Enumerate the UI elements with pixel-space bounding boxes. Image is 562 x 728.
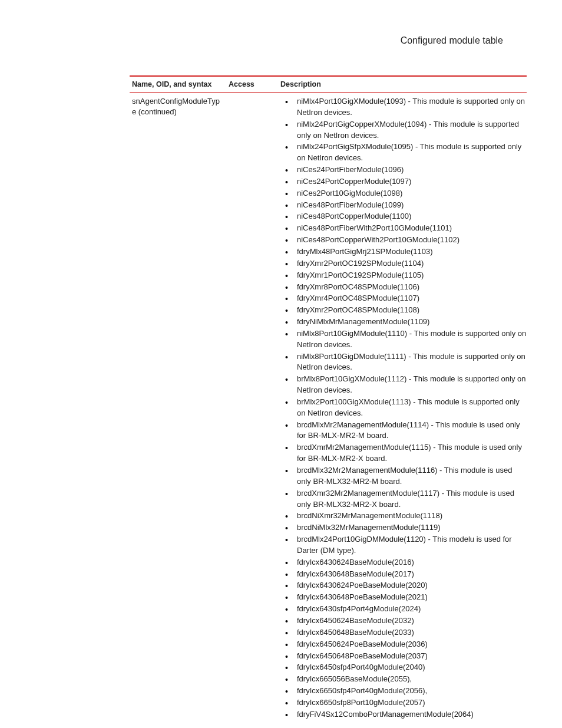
list-item: niCes48PortCopperModule(1100)	[280, 211, 527, 222]
list-item: fdryIcx6450624PoeBaseModule(2036)	[280, 639, 527, 650]
list-item: niCes48PortCopperWith2Port10GModule(1102…	[280, 235, 527, 246]
table-row: snAgentConfigModuleType (continued) niMl…	[130, 93, 527, 721]
list-item: brMlx2Port100GigXModule(1113) - This mod…	[280, 397, 527, 419]
list-item: fdryIcx6450648PoeBaseModule(2037)	[280, 651, 527, 662]
cell-description: niMlx4Port10GigXModule(1093) - This modu…	[280, 96, 527, 721]
list-item: niMlx24PortGigCopperXModule(1094) - This…	[280, 119, 527, 141]
header-name: Name, OID, and syntax	[130, 80, 229, 88]
list-item: fdryIcx6430sfp4Port4gModule(2024)	[280, 604, 527, 615]
cell-access	[229, 96, 280, 721]
list-item: niCes24PortCopperModule(1097)	[280, 176, 527, 187]
list-item: fdryXmr2PortOC48SPModule(1108)	[280, 305, 527, 316]
list-item: niCes48PortFiberModule(1099)	[280, 200, 527, 211]
list-item: fdryIcx6450648BaseModule(2033)	[280, 627, 527, 638]
list-item: fdryIcx6650sfp4Port40gModule(2056),	[280, 686, 527, 697]
list-item: fdryIcx6430648PoeBaseModule(2021)	[280, 592, 527, 603]
content-area: Name, OID, and syntax Access Description…	[130, 75, 527, 721]
list-item: fdryIcx6650sfp8Port10gModule(2057)	[280, 697, 527, 709]
list-item: fdryIcx6430648BaseModule(2017)	[280, 569, 527, 580]
table-header-row: Name, OID, and syntax Access Description	[130, 77, 527, 93]
page-header-title: Configured module table	[0, 35, 562, 46]
list-item: fdryFiV4Sx12ComboPortManagementModule(20…	[280, 709, 527, 720]
list-item: fdryIcx665056BaseModule(2055),	[280, 674, 527, 685]
list-item: niMlx4Port10GigXModule(1093) - This modu…	[280, 96, 527, 118]
list-item: brMlx8Port10GigXModule(1112) - This modu…	[280, 374, 527, 396]
list-item: fdryIcx6430624PoeBaseModule(2020)	[280, 580, 527, 591]
list-item: fdryXmr8PortOC48SPModule(1106)	[280, 282, 527, 293]
list-item: fdryIcx6450sfp4Port40gModule(2040)	[280, 662, 527, 673]
list-item: niCes24PortFiberModule(1096)	[280, 164, 527, 176]
module-table: Name, OID, and syntax Access Description…	[130, 75, 527, 721]
header-description: Description	[280, 80, 527, 88]
list-item: fdryNiMlxMrManagementModule(1109)	[280, 317, 527, 328]
list-item: niMlx8Port10GigMModule(1110) - This modu…	[280, 328, 527, 351]
cell-name: snAgentConfigModuleType (continued)	[130, 96, 229, 721]
list-item: fdryXmr2PortOC192SPModule(1104)	[280, 258, 527, 269]
list-item: brcdXmrMr2ManagementModule(1115) - This …	[280, 442, 527, 465]
list-item: fdryIcx6430624BaseModule(2016)	[280, 557, 527, 568]
description-list: niMlx4Port10GigXModule(1093) - This modu…	[280, 96, 527, 720]
list-item: brcdNiXmr32MrManagementModule(1118)	[280, 510, 527, 522]
list-item: niMlx24PortGigSfpXModule(1095) - This mo…	[280, 141, 527, 164]
list-item: brcdMlx32Mr2ManagementModule(1116) - Thi…	[280, 465, 527, 487]
list-item: brcdMlx24Port10GigDMModule(1120) - This …	[280, 534, 527, 556]
list-item: fdryXmr4PortOC48SPModule(1107)	[280, 293, 527, 304]
list-item: fdryMlx48PortGigMrj21SPModule(1103)	[280, 246, 527, 258]
list-item: fdryIcx6450624BaseModule(2032)	[280, 615, 527, 627]
list-item: niCes2Port10GigModule(1098)	[280, 188, 527, 199]
header-access: Access	[229, 80, 280, 88]
list-item: fdryXmr1PortOC192SPModule(1105)	[280, 270, 527, 281]
list-item: brcdMlxMr2ManagementModule(1114) - This …	[280, 420, 527, 442]
list-item: niMlx8Port10GigDModule(1111) - This modu…	[280, 351, 527, 374]
list-item: niCes48PortFiberWith2Port10GModule(1101)	[280, 223, 527, 234]
list-item: brcdNiMlx32MrManagementModule(1119)	[280, 522, 527, 533]
list-item: brcdXmr32Mr2ManagementModule(1117) - Thi…	[280, 488, 527, 510]
